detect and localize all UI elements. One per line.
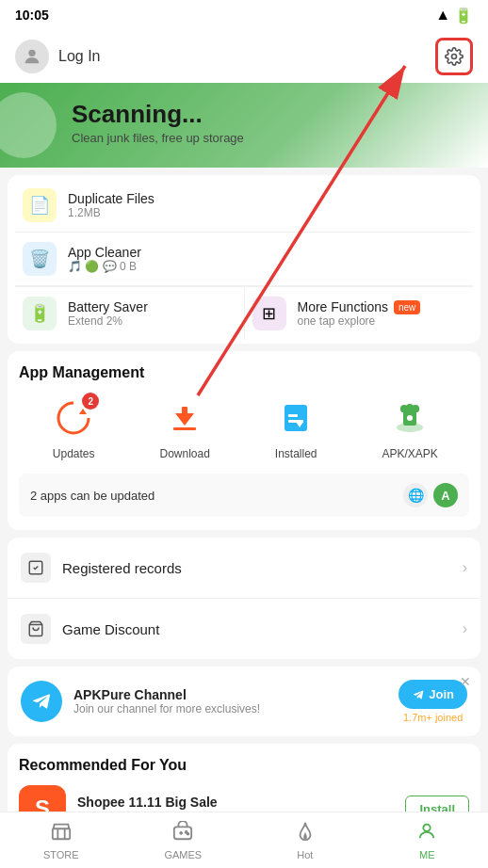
- game-discount-label: Game Discount: [62, 621, 463, 637]
- svg-point-1: [452, 55, 457, 59]
- join-section: Join 1.7m+ joined: [399, 680, 467, 723]
- battery-icon: 🔋: [454, 7, 473, 24]
- channel-subtitle: Join our channel for more exclusives!: [73, 702, 387, 715]
- update-app-icon-chrome: 🌐: [403, 483, 428, 507]
- tool-more-functions[interactable]: ⊞ More Functions new one tap explore: [244, 287, 474, 340]
- installed-label: Installed: [275, 447, 317, 460]
- updates-badge: 2: [82, 393, 99, 410]
- scanning-avatar: [0, 92, 57, 158]
- wifi-icon: ▲: [435, 7, 450, 24]
- status-bar: 10:05 ▲ 🔋: [0, 0, 488, 30]
- store-icon: [51, 821, 72, 846]
- duplicate-files-icon: 📄: [23, 188, 57, 222]
- tool-name-cleaner: App Cleaner: [68, 245, 465, 260]
- svg-rect-9: [288, 414, 298, 417]
- list-section: Registered records › Game Discount ›: [8, 538, 480, 659]
- joined-count: 1.7m+ joined: [403, 712, 463, 723]
- join-button[interactable]: Join: [399, 680, 467, 709]
- me-icon: [416, 821, 437, 846]
- update-app-icon-a: A: [433, 483, 458, 507]
- channel-banner: ✕ APKPure Channel Join our channel for m…: [8, 667, 480, 736]
- rec-app-name: Shopee 11.11 Big Sale: [77, 795, 394, 810]
- games-icon: [172, 821, 193, 846]
- svg-point-0: [28, 50, 35, 56]
- installed-item[interactable]: Installed: [272, 394, 319, 460]
- download-item[interactable]: Download: [159, 394, 209, 460]
- svg-rect-7: [285, 405, 307, 431]
- chevron-right-icon: ›: [463, 559, 467, 576]
- tool-name-battery: Battery Saver: [68, 299, 236, 314]
- battery-saver-icon: 🔋: [23, 297, 57, 330]
- close-channel-button[interactable]: ✕: [460, 674, 471, 689]
- header: Log In: [0, 30, 488, 83]
- new-badge: new: [394, 300, 420, 314]
- update-notice-text: 2 apps can be updated: [30, 489, 155, 503]
- registered-records-icon: [21, 553, 51, 583]
- hot-icon: [295, 821, 316, 846]
- login-button[interactable]: Log In: [58, 48, 100, 65]
- game-discount-item[interactable]: Game Discount ›: [8, 599, 480, 659]
- svg-point-17: [407, 415, 413, 421]
- tool-name-duplicate: Duplicate Files: [68, 191, 465, 206]
- apk-xapk-icon: [386, 394, 433, 442]
- chevron-right-icon-2: ›: [463, 620, 467, 637]
- status-time: 10:05: [15, 8, 49, 23]
- update-app-icons: 🌐 A: [403, 483, 458, 507]
- channel-info: APKPure Channel Join our channel for mor…: [73, 687, 387, 715]
- channel-name: APKPure Channel: [73, 687, 387, 702]
- installed-icon: [272, 394, 319, 442]
- tool-desc-duplicate: 1.2MB: [68, 206, 465, 219]
- svg-rect-16: [400, 407, 419, 412]
- scanning-banner[interactable]: Scanning... Clean junk files, free up st…: [0, 83, 488, 168]
- download-label: Download: [159, 447, 209, 460]
- svg-point-23: [187, 832, 189, 834]
- settings-button[interactable]: [435, 38, 473, 75]
- app-management-title: App Management: [19, 364, 469, 381]
- updates-label: Updates: [53, 447, 95, 460]
- nav-hot-label: Hot: [297, 849, 313, 860]
- header-left: Log In: [15, 40, 100, 73]
- svg-rect-5: [182, 407, 187, 416]
- registered-records-item[interactable]: Registered records ›: [8, 538, 480, 599]
- svg-rect-6: [173, 427, 196, 430]
- tool-desc-cleaner: 🎵 🟢 💬 0 B: [68, 260, 465, 273]
- nav-store[interactable]: STORE: [0, 812, 122, 868]
- download-icon: [161, 394, 208, 442]
- updates-icon: 2: [50, 394, 97, 442]
- app-management-grid: 2 Updates Download: [19, 394, 469, 460]
- svg-rect-20: [53, 828, 70, 839]
- tool-duplicate-files[interactable]: 📄 Duplicate Files 1.2MB: [15, 179, 473, 233]
- status-icons: ▲ 🔋: [435, 7, 473, 24]
- more-functions-icon: ⊞: [252, 297, 286, 330]
- game-discount-icon: [21, 614, 51, 644]
- svg-point-24: [424, 824, 431, 830]
- quick-tools: 📄 Duplicate Files 1.2MB 🗑️ App Cleaner 🎵…: [8, 175, 480, 344]
- tool-name-more: More Functions: [298, 299, 388, 314]
- svg-marker-3: [79, 409, 87, 414]
- tool-desc-more: one tap explore: [298, 314, 466, 328]
- tool-app-cleaner[interactable]: 🗑️ App Cleaner 🎵 🟢 💬 0 B: [15, 233, 473, 286]
- scanning-subtitle: Clean junk files, free up storage: [72, 131, 473, 145]
- scanning-content: Scanning... Clean junk files, free up st…: [72, 100, 473, 145]
- registered-records-label: Registered records: [62, 560, 463, 576]
- update-notice[interactable]: 2 apps can be updated 🌐 A: [19, 474, 469, 517]
- recommended-title: Recommended For You: [19, 757, 469, 774]
- nav-hot[interactable]: Hot: [244, 812, 366, 868]
- avatar[interactable]: [15, 40, 49, 73]
- scanning-title: Scanning...: [72, 100, 473, 129]
- telegram-icon: [21, 681, 62, 722]
- nav-games[interactable]: GAMES: [122, 812, 245, 868]
- apk-xapk-item[interactable]: APK/XAPK: [382, 394, 437, 460]
- tool-battery-saver[interactable]: 🔋 Battery Saver Extend 2%: [15, 287, 244, 340]
- app-cleaner-icon: 🗑️: [23, 242, 57, 276]
- tool-desc-battery: Extend 2%: [68, 314, 236, 328]
- bottom-nav: STORE GAMES Hot ME: [0, 812, 488, 868]
- nav-me-label: ME: [419, 849, 435, 860]
- updates-item[interactable]: 2 Updates: [50, 394, 97, 460]
- nav-games-label: GAMES: [164, 849, 202, 860]
- nav-store-label: STORE: [43, 849, 79, 860]
- apk-xapk-label: APK/XAPK: [382, 447, 437, 460]
- app-management-section: App Management 2 Updates Download: [8, 351, 480, 530]
- nav-me[interactable]: ME: [366, 812, 489, 868]
